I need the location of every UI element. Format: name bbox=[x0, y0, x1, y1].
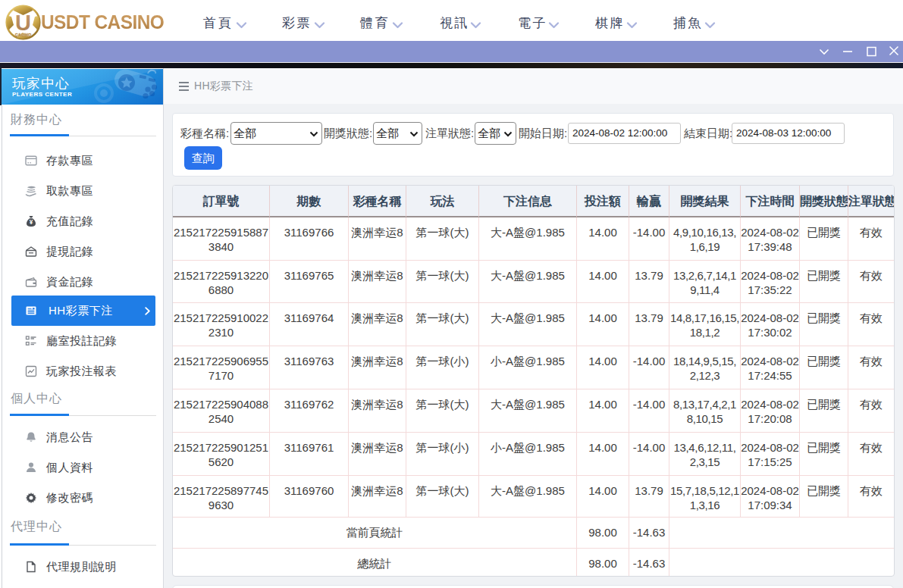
svg-text:U: U bbox=[15, 11, 31, 35]
svg-text:¥: ¥ bbox=[30, 219, 33, 226]
svg-text:CASINO: CASINO bbox=[15, 33, 32, 37]
